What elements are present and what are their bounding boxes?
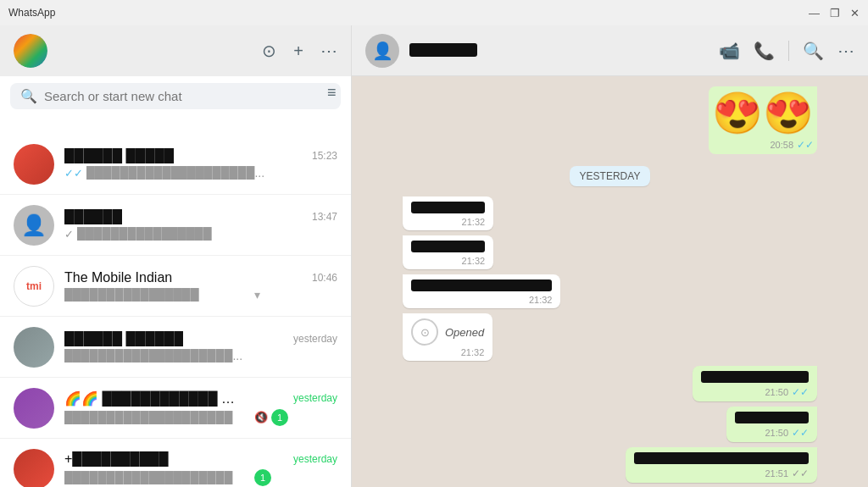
unread-badge: 1 (254, 469, 271, 486)
search-icon: 🔍 (20, 88, 37, 104)
chat-top: ██████ ██████ yesterday (64, 331, 337, 346)
bubble-text: ████████ (735, 412, 809, 425)
user-avatar[interactable] (14, 34, 47, 68)
right-panel: 👤 ██████████ 📹 📞 🔍 ⋯ 😍😍 20:58 ✓✓ YE (352, 25, 868, 487)
chat-list-item[interactable]: 👤 ██████ 13:47 ✓ ████████████████ (0, 195, 351, 256)
chat-list-item[interactable]: 🌈🌈 ████████████ 🌈🌈 yesterday ███████████… (0, 378, 351, 439)
chat-avatar (14, 327, 54, 368)
chat-name: +██████████ (64, 451, 169, 467)
chat-preview: ████████████████████... (64, 349, 251, 362)
more-options-icon[interactable]: ⋯ (837, 41, 854, 61)
message-text: ████████████████████ (634, 452, 809, 464)
message-bubble: ████████████████████ 21:51 ✓✓ (626, 447, 817, 483)
message-row: ████████ 21:50 ✓✓ (403, 407, 817, 442)
message-bubble: ████████ 21:32 (403, 235, 493, 269)
contact-name[interactable]: ██████████ (409, 43, 709, 58)
titlebar: WhatsApp — ❐ ✕ (0, 0, 868, 25)
chat-bottom: ✓✓ ████████████████████... (64, 166, 337, 180)
chat-top: ██████ 13:47 (64, 209, 337, 224)
chat-preview: ████████████████████... (86, 166, 273, 180)
search-input[interactable] (44, 89, 331, 103)
search-bar: 🔍 ≡ (0, 76, 351, 134)
message-text: ████████ (735, 412, 809, 423)
chat-content: ██████ █████ 15:23 ✓✓ ██████████████████… (64, 148, 337, 180)
chat-avatar (14, 144, 54, 185)
window-controls[interactable]: — ❐ ✕ (809, 7, 860, 19)
right-header: 👤 ██████████ 📹 📞 🔍 ⋯ (352, 25, 868, 76)
chat-time: 13:47 (312, 211, 337, 223)
chat-avatar: tmi (14, 266, 54, 307)
close-button[interactable]: ✕ (850, 7, 860, 19)
chat-content: ██████ 13:47 ✓ ████████████████ (64, 209, 337, 241)
message-tick: ✓ (64, 228, 74, 241)
mute-icon: 🔇 (254, 411, 268, 423)
chat-name: ██████ (64, 209, 122, 224)
chat-bottom: ████████████████████... (64, 349, 337, 362)
filter-button[interactable]: ≡ (327, 84, 337, 101)
message-row: ⊙ Opened 21:32 (403, 313, 817, 361)
voice-call-icon[interactable]: 📞 (754, 41, 775, 61)
bubble-meta: 21:51 ✓✓ (634, 468, 809, 479)
message-bubble: ████████████████ 21:32 (403, 274, 560, 308)
search-inner: 🔍 (10, 83, 341, 109)
chat-avatar (14, 449, 54, 488)
search-messages-icon[interactable]: 🔍 (803, 41, 824, 61)
bubble-text: ████████████ (701, 371, 809, 385)
voice-play-button[interactable]: ⊙ (411, 318, 438, 346)
chat-bottom: ████████████████████ 1 (64, 469, 337, 486)
contact-name-text: ██████████ (409, 43, 477, 57)
right-header-icons: 📹 📞 🔍 ⋯ (719, 41, 854, 61)
bubble-meta: 21:32 (411, 256, 485, 266)
chat-list-item[interactable]: +██████████ yesterday ██████████████████… (0, 439, 351, 487)
message-row: ████████████████████ 21:51 ✓✓ (403, 447, 817, 483)
message-time: 21:32 (461, 347, 485, 357)
message-time: 21:50 (765, 428, 788, 438)
chat-name: ██████ █████ (64, 148, 174, 163)
new-chat-icon[interactable]: + (293, 42, 303, 61)
bubble-text: ████████ (411, 241, 485, 254)
chat-preview: ████████████████ (77, 227, 264, 241)
chat-bottom: ████████████████ ▾ (64, 288, 337, 302)
unread-badge: 1 (271, 409, 288, 426)
chat-preview: ████████████████████ (64, 411, 251, 424)
chat-name: 🌈🌈 ████████████ 🌈🌈 (64, 390, 251, 407)
emoji-content: 😍😍 (712, 90, 814, 137)
minimize-button[interactable]: — (809, 7, 820, 19)
bubble-text: ████████████████ (411, 279, 552, 293)
chat-content: ██████ ██████ yesterday ████████████████… (64, 331, 337, 362)
chat-name: ██████ ██████ (64, 331, 183, 346)
contact-avatar: 👤 (365, 34, 399, 68)
menu-icon[interactable]: ⋯ (320, 41, 337, 61)
message-tick: ✓✓ (792, 468, 809, 479)
app-container: ⊙ + ⋯ 🔍 ≡ ██████ █████ 15:23 ✓✓ ████████… (0, 25, 868, 487)
message-text: ████████ (411, 202, 485, 213)
message-time: 21:50 (765, 387, 788, 397)
message-time: 21:51 (765, 468, 788, 479)
message-bubble: ████████████ 21:50 ✓✓ (693, 366, 817, 401)
chat-top: ██████ █████ 15:23 (64, 148, 337, 163)
message-time: 21:32 (462, 256, 486, 266)
chat-list-item[interactable]: ██████ ██████ yesterday ████████████████… (0, 317, 351, 378)
left-header: ⊙ + ⋯ (0, 25, 351, 76)
date-divider: YESTERDAY (403, 166, 817, 186)
message-bubble: ████████ 21:50 ✓✓ (726, 407, 817, 442)
separator (788, 41, 789, 61)
chat-list-item[interactable]: ██████ █████ 15:23 ✓✓ ██████████████████… (0, 134, 351, 195)
message-tick: ✓✓ (792, 427, 809, 439)
message-text: ████████████████ (411, 279, 552, 291)
message-bubble: ████████ 21:32 (403, 196, 493, 230)
message-tick: ✓✓ (64, 167, 83, 180)
video-call-icon[interactable]: 📹 (719, 41, 740, 61)
bubble-meta: 21:50 ✓✓ (701, 386, 809, 398)
message-text: ████████████ (701, 371, 809, 383)
status-icon[interactable]: ⊙ (262, 41, 276, 61)
chat-content: +██████████ yesterday ██████████████████… (64, 451, 337, 486)
chat-list-item[interactable]: tmi The Mobile Indian 10:46 ████████████… (0, 256, 351, 317)
contact-avatar-icon: 👤 (372, 41, 393, 61)
maximize-button[interactable]: ❐ (830, 7, 840, 19)
chat-list: ██████ █████ 15:23 ✓✓ ██████████████████… (0, 134, 351, 487)
chat-area: 😍😍 20:58 ✓✓ YESTERDAY ████████ 21:32 ███… (352, 76, 868, 487)
chat-name: The Mobile Indian (64, 270, 172, 285)
bubble-meta: 21:50 ✓✓ (735, 427, 809, 439)
chat-avatar (14, 388, 54, 429)
